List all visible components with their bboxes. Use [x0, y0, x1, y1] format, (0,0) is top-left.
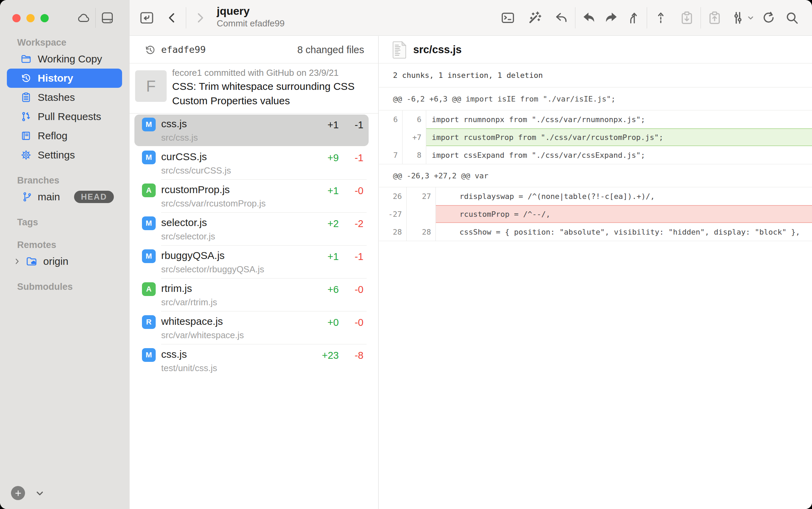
repo-title: jquery: [217, 5, 285, 17]
sidebar-item-branch-main[interactable]: main HEAD: [0, 187, 130, 206]
divider: [647, 7, 647, 28]
file-name: css.js: [161, 348, 187, 360]
file-path: test/unit/css.js: [161, 363, 217, 374]
file-stats: +0-0: [314, 317, 363, 328]
branch-icon: [21, 191, 33, 202]
redo-icon[interactable]: [600, 6, 622, 30]
computer-icon[interactable]: [98, 8, 117, 28]
file-name: rbuggyQSA.js: [161, 250, 225, 261]
file-stats: +2-2: [314, 218, 363, 229]
divider: [186, 7, 186, 28]
sidebar-item-label: Settings: [38, 149, 75, 161]
sidebar-item-remote-origin[interactable]: origin: [0, 252, 130, 271]
file-status-badge: M: [142, 249, 156, 263]
chevron-right-icon[interactable]: [13, 257, 21, 265]
divider: [701, 7, 701, 28]
file-stats: +1-0: [314, 185, 363, 197]
old-line-number: 28: [379, 223, 407, 241]
sidebar-item-label: History: [38, 72, 73, 84]
file-name: selector.js: [161, 217, 207, 228]
file-name: css.js: [161, 118, 187, 130]
sidebar-item-settings[interactable]: Settings: [0, 145, 130, 165]
commit-message: CSS: Trim whitespace surrounding CSS Cus…: [172, 79, 378, 108]
sidebar-item-label: Reflog: [38, 130, 68, 142]
lines-removed: -1: [344, 251, 363, 262]
refresh-icon[interactable]: [757, 6, 779, 30]
forward-button[interactable]: [189, 6, 211, 30]
undo-outline-icon[interactable]: [550, 6, 572, 30]
code-text: import cssExpand from "./css/var/cssExpa…: [426, 146, 812, 164]
merge-icon[interactable]: [622, 6, 644, 30]
sidebar-section-workspace: Workspace: [0, 36, 130, 49]
stash-icon[interactable]: [676, 6, 698, 30]
document-icon: [393, 41, 407, 59]
cloud-icon[interactable]: [74, 8, 93, 28]
search-icon[interactable]: [781, 6, 803, 30]
file-row[interactable]: Artrim.jssrc/var/rtrim.js+6-0: [130, 279, 378, 311]
minimize-window-button[interactable]: [26, 14, 35, 22]
file-path: src/css/curCSS.js: [161, 165, 231, 176]
file-status-badge: A: [142, 282, 156, 296]
zoom-window-button[interactable]: [40, 14, 49, 22]
stash-pop-icon[interactable]: [704, 6, 726, 30]
open-repo-icon[interactable]: [136, 6, 158, 30]
diff-summary: 2 chunks, 1 insertion, 1 deletion: [379, 63, 812, 87]
file-row[interactable]: McurCSS.jssrc/css/curCSS.js+9-1: [130, 147, 378, 180]
lines-added: +23: [314, 350, 339, 361]
file-row[interactable]: Rwhitespace.jssrc/var/whitespace.js+0-0: [130, 311, 378, 344]
file-row[interactable]: MrbuggyQSA.jssrc/selector/rbuggyQSA.js+1…: [130, 246, 378, 279]
add-repository-button[interactable]: [11, 486, 25, 500]
lines-removed: -0: [344, 317, 363, 328]
filters-button[interactable]: [730, 6, 755, 30]
lines-removed: -1: [344, 152, 363, 164]
code-block: 2627 rdisplayswap = /^(none|table(?!-c[e…: [379, 187, 812, 241]
file-path: src/css.js: [161, 132, 198, 143]
main-toolbar: jquery Commit efadfe99: [130, 0, 812, 36]
chunk-header: @@ -6,2 +6,3 @@ import isIE from "./var/…: [379, 87, 812, 110]
book-icon: [19, 130, 33, 142]
lines-removed: -0: [344, 185, 363, 197]
sidebar-item-stashes[interactable]: Stashes: [0, 88, 130, 107]
diff-line: -27 rcustomProp = /^--/,: [379, 205, 812, 223]
chevron-down-icon[interactable]: [35, 488, 45, 498]
file-status-badge: M: [142, 118, 156, 131]
file-row[interactable]: ArcustomProp.jssrc/css/var/rcustomProp.j…: [130, 180, 378, 213]
diff-body: @@ -6,2 +6,3 @@ import isIE from "./var/…: [379, 87, 812, 241]
sidebar-item-reflog[interactable]: Reflog: [0, 126, 130, 145]
undo-icon[interactable]: [578, 6, 600, 30]
commit-summary[interactable]: F fecore1 committed with GitHub on 23/9/…: [130, 63, 378, 114]
sidebar-item-working-copy[interactable]: Working Copy: [0, 49, 130, 69]
magic-wand-icon[interactable]: [524, 6, 546, 30]
file-status-badge: A: [142, 184, 156, 197]
file-status-badge: R: [142, 315, 156, 329]
code-block: 66import rnumnonpx from "./css/var/rnumn…: [379, 110, 812, 164]
commit-hash: efadfe99: [161, 44, 206, 55]
diff-panel: src/css.js 2 chunks, 1 insertion, 1 dele…: [379, 36, 812, 509]
lines-removed: -2: [344, 218, 363, 229]
lines-added: +2: [314, 218, 339, 229]
diff-file-name: src/css.js: [413, 44, 462, 56]
sidebar-item-pull-requests[interactable]: Pull Requests: [0, 107, 130, 126]
file-stats: +6-0: [314, 284, 363, 295]
diff-line: 2828 cssShow = { position: "absolute", v…: [379, 223, 812, 241]
file-row[interactable]: Mcss.jstest/unit/css.js+23-8: [130, 344, 378, 377]
file-stats: +23-8: [314, 350, 363, 361]
file-path: src/selector/rbuggyQSA.js: [161, 264, 264, 275]
file-path: src/css/var/rcustomProp.js: [161, 198, 266, 209]
history-clock-icon: [144, 44, 156, 56]
lines-added: +1: [314, 251, 339, 262]
file-row[interactable]: Mcss.jssrc/css.js+1-1: [130, 114, 378, 147]
old-line-number: 6: [379, 110, 403, 128]
remote-name: origin: [43, 256, 68, 267]
back-button[interactable]: [161, 6, 183, 30]
file-row[interactable]: Mselector.jssrc/selector.js+2-2: [130, 213, 378, 246]
cherry-pick-icon[interactable]: [650, 6, 672, 30]
close-window-button[interactable]: [12, 14, 21, 22]
file-name: curCSS.js: [161, 151, 207, 163]
code-text: import rnumnonpx from "./css/var/rnumnon…: [426, 110, 812, 128]
sidebar-item-history[interactable]: History: [7, 69, 122, 88]
sidebar-section-remotes: Remotes: [0, 238, 130, 252]
lines-removed: -1: [344, 119, 363, 131]
terminal-icon[interactable]: [497, 6, 519, 30]
repo-subtitle: Commit efadfe99: [217, 18, 285, 29]
